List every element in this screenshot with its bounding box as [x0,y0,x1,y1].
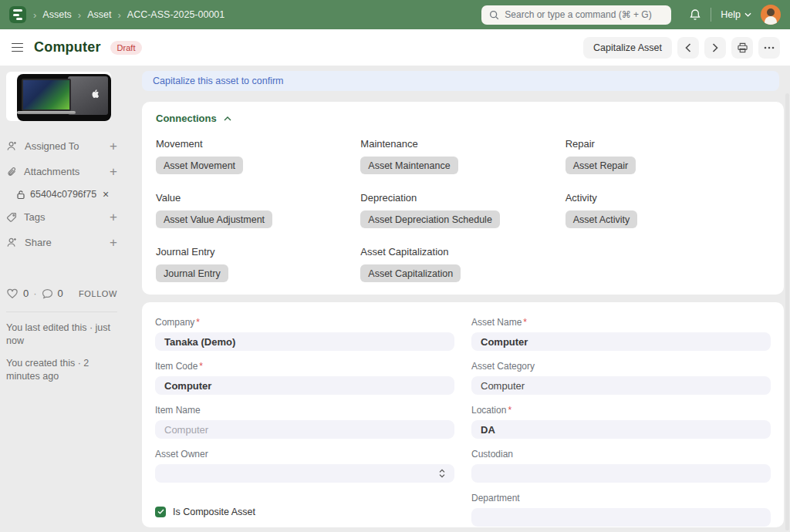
status-badge: Draft [110,41,143,55]
field-custodian: Custodian [471,449,771,483]
page-header: Computer Draft Capitalize Asset [0,29,790,66]
sidebar-share[interactable]: Share + [6,230,117,255]
heart-icon[interactable] [6,288,19,299]
attachment-file-link[interactable]: 65404c0796f754 [30,189,96,200]
comment-icon[interactable] [42,288,53,299]
asset-form-grid: Company* Tanaka (Demo) Asset Name* Compu… [155,317,771,527]
help-menu[interactable]: Help [721,9,751,20]
add-tag-icon[interactable]: + [110,210,117,224]
chevron-down-icon [744,12,751,17]
breadcrumb-asset[interactable]: Asset [87,9,111,20]
search-placeholder: Search or type a command (⌘ + G) [505,9,651,20]
follow-button[interactable]: FOLLOW [79,289,117,298]
avatar-body [765,16,777,25]
company-label: Company [155,317,194,328]
user-avatar[interactable] [761,5,781,25]
connections-title: Connections [156,113,217,124]
select-updown-icon [439,469,445,478]
is-composite-asset-checkbox[interactable] [155,507,166,517]
connection-doc-button[interactable]: Asset Maintenance [360,157,457,174]
print-button[interactable] [731,37,753,59]
field-is-composite-asset: Is Composite Asset [155,493,454,527]
capitalize-asset-button[interactable]: Capitalize Asset [583,37,672,59]
asset-name-input[interactable]: Computer [471,332,771,351]
main-content: Capitalize this asset to confirm Connect… [139,66,790,532]
next-document-button[interactable] [704,37,726,59]
connection-doc-button[interactable]: Asset Repair [565,157,636,174]
asset-image-thumbnail[interactable] [6,72,111,121]
attachments-label: Attachments [24,166,79,177]
location-input[interactable]: DA [471,420,771,439]
share-label: Share [25,237,52,248]
created-text: You created this · 2 minutes ago [6,357,117,383]
scrollbar[interactable] [785,93,789,530]
required-marker: * [508,405,511,416]
connection-group-label: Value [156,192,360,204]
last-edited-text: You last edited this · just now [6,322,117,348]
asset-owner-label: Asset Owner [155,449,454,460]
search-input[interactable]: Search or type a command (⌘ + G) [481,5,671,25]
is-composite-asset-label: Is Composite Asset [173,507,255,517]
capitalize-info-banner: Capitalize this asset to confirm [142,71,779,91]
sidebar-toggle-icon[interactable] [10,40,25,56]
lock-icon [16,190,25,200]
item-code-input[interactable]: Computer [155,376,454,395]
department-input[interactable] [471,508,771,527]
add-attachment-icon[interactable]: + [110,165,117,178]
connection-doc-button[interactable]: Asset Value Adjustment [156,210,272,228]
department-label: Department [471,493,771,503]
asset-details-card: Company* Tanaka (Demo) Asset Name* Compu… [142,302,784,527]
field-asset-owner: Asset Owner [155,449,454,483]
assign-user-icon [6,140,18,152]
chevron-up-icon [224,116,231,121]
page-title: Computer [34,39,101,56]
connection-doc-button[interactable]: Asset Depreciation Schedule [360,210,500,228]
sidebar-tags[interactable]: Tags + [6,204,117,230]
connection-group-journal-entry: Journal Entry Journal Entry [156,246,360,282]
breadcrumb-document-id[interactable]: ACC-ASS-2025-00001 [127,9,225,20]
comments-count: 0 [58,288,63,299]
apple-logo-icon [92,89,100,99]
custodian-label: Custodian [471,449,771,460]
paperclip-icon [6,167,17,177]
field-location: Location* DA [471,405,771,439]
menu-button[interactable] [758,37,780,59]
field-item-name: Item Name Computer [155,405,454,439]
help-label: Help [721,9,741,20]
connection-doc-button[interactable]: Asset Activity [565,210,638,228]
sidebar-assigned-to[interactable]: Assigned To + [6,133,117,159]
add-assignment-icon[interactable]: + [110,140,117,153]
connection-group-depreciation: Depreciation Asset Depreciation Schedule [360,192,565,228]
asset-owner-select[interactable] [155,464,454,483]
laptop-lid [68,76,108,115]
notifications-bell-icon[interactable] [689,8,701,21]
previous-document-button[interactable] [677,37,699,59]
add-share-icon[interactable]: + [110,236,117,249]
ellipsis-icon [764,46,775,49]
remove-attachment-icon[interactable]: × [103,188,109,200]
connections-section-toggle[interactable]: Connections [156,113,231,124]
connection-group-activity: Activity Asset Activity [565,192,770,228]
connections-card: Connections Movement Asset Movement Main… [142,102,784,295]
sidebar-attachments[interactable]: Attachments + [6,159,117,184]
connection-group-repair: Repair Asset Repair [565,138,770,174]
chevron-left-icon [685,43,691,52]
attachment-item: 65404c0796f754 × [6,184,117,204]
breadcrumb-separator: › [33,9,36,21]
chevron-right-icon [712,43,718,52]
item-name-input: Computer [155,420,454,439]
field-company: Company* Tanaka (Demo) [155,317,454,351]
connection-doc-button[interactable]: Journal Entry [156,264,228,282]
breadcrumb-assets[interactable]: Assets [42,9,72,20]
likes-count: 0 [23,288,29,299]
custodian-input[interactable] [471,464,771,483]
company-input[interactable]: Tanaka (Demo) [155,332,454,351]
asset-category-input[interactable]: Computer [471,376,771,395]
app-logo-icon[interactable] [9,6,26,23]
required-marker: * [199,361,203,372]
connection-doc-button[interactable]: Asset Capitalization [360,264,461,282]
connection-doc-button[interactable]: Asset Movement [156,157,243,174]
sidebar-divider [6,311,117,312]
item-code-label: Item Code [155,361,198,372]
navbar: › Assets › Asset › ACC-ASS-2025-00001 Se… [0,0,790,29]
